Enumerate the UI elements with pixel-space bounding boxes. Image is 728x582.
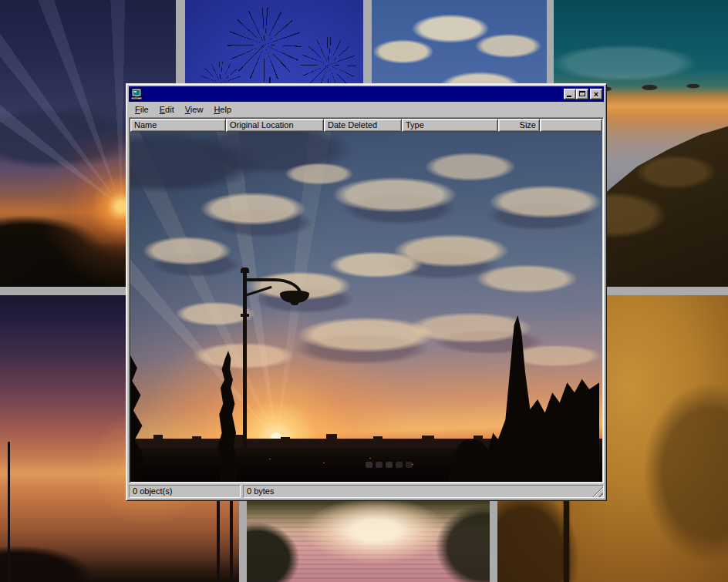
title-bar[interactable]: × (129, 86, 604, 102)
menu-view[interactable]: View (180, 103, 209, 116)
screen: { "desktop": { "tiles": [ { "name": "wal… (0, 0, 728, 582)
plant-umbel (228, 8, 302, 82)
minimize-button[interactable] (564, 89, 576, 99)
status-bar: 0 object(s) 0 bytes (129, 485, 604, 498)
close-icon: × (591, 89, 602, 99)
column-header-original-location[interactable]: Original Location (226, 119, 324, 132)
maximize-button[interactable] (576, 89, 588, 99)
file-list-view[interactable]: Name Original Location Date Deleted Type… (129, 117, 604, 483)
menu-file[interactable]: File (130, 103, 154, 116)
column-header-row: Name Original Location Date Deleted Type… (130, 119, 602, 132)
photo-lamp-cap (241, 267, 249, 273)
photo-watermark (366, 462, 372, 468)
photo-lamp-ring (241, 314, 249, 317)
column-header-name[interactable]: Name (130, 119, 226, 132)
minimize-icon (567, 96, 571, 97)
menu-bar: File Edit View Help (129, 102, 604, 117)
maximize-icon (579, 91, 585, 96)
menu-edit[interactable]: Edit (154, 103, 180, 116)
sunset-lamp-photo (130, 132, 602, 482)
recycle-bin-window: × File Edit View Help Name Original Loca… (126, 83, 607, 501)
status-object-count: 0 object(s) (129, 485, 241, 498)
status-total-size: 0 bytes (243, 485, 604, 498)
column-header-blank[interactable] (540, 119, 602, 132)
close-button[interactable]: × (590, 89, 602, 99)
column-header-date-deleted[interactable]: Date Deleted (324, 119, 402, 132)
menu-help[interactable]: Help (208, 103, 237, 116)
column-header-type[interactable]: Type (402, 119, 498, 132)
column-header-size[interactable]: Size (498, 119, 540, 132)
computer-icon (130, 88, 143, 100)
